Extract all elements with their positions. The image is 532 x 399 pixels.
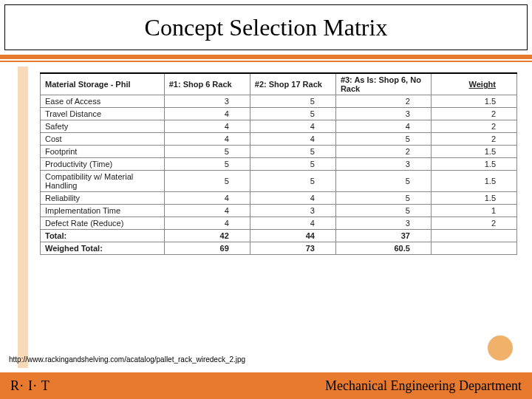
table-row: Travel Distance4532 — [41, 108, 517, 120]
weighted-cell: 73 — [250, 242, 335, 255]
weight-cell: 1.5 — [431, 146, 516, 158]
weighted-cell: 60.5 — [335, 242, 431, 255]
criterion-cell: Compatibility w/ Material Handling — [41, 171, 165, 192]
total-label: Total: — [41, 230, 165, 242]
value-cell: 4 — [250, 120, 335, 133]
weight-cell: 1 — [431, 205, 516, 217]
value-cell: 5 — [250, 171, 335, 192]
weight-cell: 2 — [431, 133, 516, 146]
header-concept-2: #2: Shop 17 Rack — [250, 73, 335, 95]
header-concept-1: #1: Shop 6 Rack — [164, 73, 250, 95]
table-row: Cost4452 — [41, 133, 517, 146]
value-cell: 5 — [250, 146, 335, 158]
criterion-cell: Implementation Time — [41, 205, 165, 217]
weight-cell: 1.5 — [431, 192, 516, 205]
slide-title: Concept Selection Matrix — [145, 14, 388, 41]
value-cell: 5 — [164, 171, 250, 192]
criterion-cell: Defect Rate (Reduce) — [41, 217, 165, 230]
value-cell: 4 — [164, 133, 250, 146]
left-accent-strip — [18, 66, 28, 368]
source-url-text: http://www.rackingandshelving.com/acatal… — [9, 355, 245, 364]
weighted-cell — [431, 242, 516, 255]
table-row: Ease of Access3521.5 — [41, 95, 517, 108]
criterion-cell: Reliability — [41, 192, 165, 205]
weight-cell: 1.5 — [431, 95, 516, 108]
value-cell: 3 — [250, 205, 335, 217]
table-row: Productivity (Time)5531.5 — [41, 158, 517, 171]
criterion-cell: Ease of Access — [41, 95, 165, 108]
weighted-total-row: Weighed Total:697360.5 — [41, 242, 517, 255]
value-cell: 4 — [164, 217, 250, 230]
weight-cell: 1.5 — [431, 171, 516, 192]
value-cell: 4 — [250, 192, 335, 205]
value-cell: 3 — [335, 158, 431, 171]
criterion-cell: Cost — [41, 133, 165, 146]
value-cell: 5 — [335, 171, 431, 192]
table-row: Footprint5521.5 — [41, 146, 517, 158]
value-cell: 2 — [335, 146, 431, 158]
table-header-row: Material Storage - Phil #1: Shop 6 Rack … — [41, 73, 517, 95]
slide: Concept Selection Matrix Material Storag… — [0, 0, 532, 399]
value-cell: 5 — [250, 95, 335, 108]
total-cell: 42 — [164, 230, 250, 242]
decorative-circle — [488, 335, 513, 361]
weight-cell: 2 — [431, 120, 516, 133]
table-row: Compatibility w/ Material Handling5551.5 — [41, 171, 517, 192]
value-cell: 4 — [164, 120, 250, 133]
value-cell: 5 — [164, 146, 250, 158]
value-cell: 4 — [250, 217, 335, 230]
value-cell: 5 — [250, 158, 335, 171]
criterion-cell: Footprint — [41, 146, 165, 158]
value-cell: 5 — [335, 133, 431, 146]
criterion-cell: Travel Distance — [41, 108, 165, 120]
value-cell: 5 — [250, 108, 335, 120]
value-cell: 4 — [164, 108, 250, 120]
header-criteria: Material Storage - Phil — [41, 73, 165, 95]
total-cell: 44 — [250, 230, 335, 242]
table-body: Ease of Access3521.5 Travel Distance4532… — [41, 95, 517, 255]
value-cell: 4 — [250, 133, 335, 146]
table-row: Safety4442 — [41, 120, 517, 133]
content-area: Material Storage - Phil #1: Shop 6 Rack … — [40, 72, 517, 255]
weight-cell: 2 — [431, 217, 516, 230]
weight-cell: 1.5 — [431, 158, 516, 171]
criterion-cell: Productivity (Time) — [41, 158, 165, 171]
footer-department: Mechanical Engineering Department — [325, 378, 522, 394]
total-cell — [431, 230, 516, 242]
accent-bar-thick — [0, 55, 532, 59]
footer-bar: R· I· T Mechanical Engineering Departmen… — [0, 372, 532, 399]
total-row: Total:424437 — [41, 230, 517, 242]
weight-cell: 2 — [431, 108, 516, 120]
title-band: Concept Selection Matrix — [4, 4, 528, 50]
accent-bar-thin — [0, 61, 532, 62]
total-cell: 37 — [335, 230, 431, 242]
weighted-cell: 69 — [164, 242, 250, 255]
value-cell: 5 — [164, 158, 250, 171]
value-cell: 4 — [164, 205, 250, 217]
header-concept-3: #3: As Is: Shop 6, No Rack — [335, 73, 431, 95]
value-cell: 3 — [335, 108, 431, 120]
footer-left-logo: R· I· T — [10, 378, 50, 394]
value-cell: 5 — [335, 205, 431, 217]
header-weight: Weight — [431, 73, 516, 95]
value-cell: 4 — [335, 120, 431, 133]
table-row: Defect Rate (Reduce)4432 — [41, 217, 517, 230]
value-cell: 3 — [335, 217, 431, 230]
value-cell: 3 — [164, 95, 250, 108]
value-cell: 4 — [164, 192, 250, 205]
weighted-label: Weighed Total: — [41, 242, 165, 255]
value-cell: 2 — [335, 95, 431, 108]
selection-matrix-table: Material Storage - Phil #1: Shop 6 Rack … — [40, 72, 517, 255]
value-cell: 5 — [335, 192, 431, 205]
table-row: Implementation Time4351 — [41, 205, 517, 217]
criterion-cell: Safety — [41, 120, 165, 133]
table-row: Reliability4451.5 — [41, 192, 517, 205]
